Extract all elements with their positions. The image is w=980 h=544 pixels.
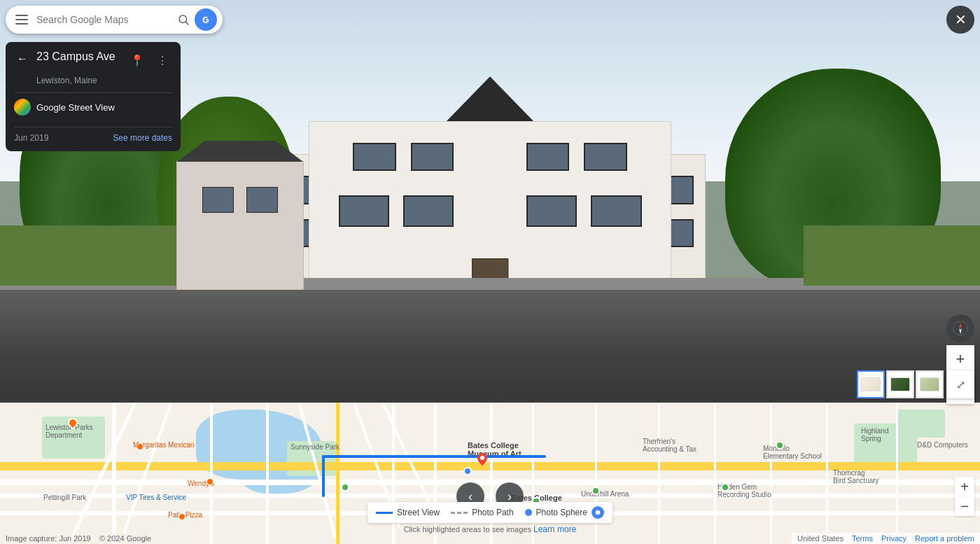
road-v-10: [658, 403, 660, 544]
house: [274, 76, 706, 298]
svg-point-5: [480, 456, 484, 460]
street-view-legend-label: Street View: [397, 508, 440, 517]
photo-sphere-legend: Photo Sphere: [525, 506, 604, 519]
address-title: 23 Campus Ave: [36, 50, 122, 63]
main-road-v: [336, 403, 340, 544]
road-v-11: [714, 403, 716, 544]
learn-more-link[interactable]: Learn more: [533, 524, 576, 534]
map-zoom-out-button[interactable]: −: [955, 496, 974, 516]
poi-pats: [178, 513, 186, 520]
street-view-legend: Street View: [376, 508, 440, 517]
poi-3: [592, 487, 600, 495]
privacy-link[interactable]: Privacy: [881, 534, 906, 543]
search-button[interactable]: [172, 8, 195, 31]
street-view-line: [376, 512, 393, 514]
house-main-body: [309, 121, 671, 298]
country-text: United States: [797, 534, 844, 543]
photo-sphere-legend-label: Photo Sphere: [536, 508, 587, 517]
dd-computers-label: D&D Computers: [917, 441, 968, 449]
more-options-button[interactable]: ⋮: [153, 50, 172, 70]
compass-button[interactable]: [946, 314, 974, 342]
street-view-path: [322, 455, 546, 458]
terms-link[interactable]: Terms: [852, 534, 873, 543]
poi-5: [721, 483, 729, 491]
street-view-source: Google Street View: [14, 92, 172, 121]
photo-sphere-dot: [463, 467, 472, 475]
svg-point-7: [596, 510, 601, 515]
map-zoom-in-button[interactable]: +: [955, 477, 974, 496]
date-row: Jun 2019 See more dates: [14, 127, 172, 143]
attribution-bar: United States Terms Privacy Report a pro…: [792, 533, 980, 544]
poi-margaritas: [136, 443, 144, 450]
info-card: ← 23 Campus Ave 📍 ⋮ Lewiston, Maine Goog…: [6, 42, 181, 151]
copyright-text: © 2024 Google: [99, 534, 151, 543]
zoom-in-button[interactable]: +: [946, 345, 974, 373]
street-view-path-v: [322, 455, 325, 497]
road-v-13: [826, 403, 828, 544]
poi-1: [341, 483, 349, 491]
city-subtitle: Lewiston, Maine: [14, 76, 172, 85]
image-capture-attribution: Image capture: Jun 2019 © 2024 Google: [0, 533, 157, 544]
image-capture-text: Image capture: Jun 2019: [6, 534, 91, 543]
location-pin: [477, 453, 487, 466]
hamburger-menu-button[interactable]: [11, 9, 32, 30]
road: [0, 290, 980, 403]
left-house: [176, 161, 304, 290]
photo-sphere-dot-legend: [525, 509, 532, 516]
expand-map-button[interactable]: ⤢: [946, 370, 974, 398]
capture-date: Jun 2019: [14, 133, 48, 143]
poi-4: [776, 441, 784, 449]
park-4: [896, 410, 945, 438]
street-view-label-text: Google Street View: [36, 102, 115, 113]
info-card-header: ← 23 Campus Ave 📍 ⋮: [14, 50, 172, 70]
photo-path-line: [451, 512, 468, 514]
svg-point-0: [179, 15, 187, 23]
legend-bar: Street View Photo Path Photo Sphere: [368, 502, 612, 523]
search-input[interactable]: [32, 14, 172, 25]
google-apps-button[interactable]: [195, 8, 217, 31]
terrain-map-button[interactable]: [916, 370, 944, 398]
save-location-button[interactable]: 📍: [127, 50, 147, 70]
see-more-dates-link[interactable]: See more dates: [113, 133, 172, 143]
grass-left: [0, 225, 176, 286]
search-bar: [6, 6, 223, 34]
satellite-map-button[interactable]: [886, 370, 914, 398]
google-street-view-logo: [14, 99, 31, 116]
road-v-2: [210, 403, 213, 544]
accounting-tax-label: Therfrien'sAccounting & Tax: [643, 438, 696, 453]
layer-toggle-buttons: [857, 370, 944, 398]
close-button[interactable]: ✕: [946, 6, 974, 34]
highlight-instruction: Click highlighted areas to see images Le…: [404, 524, 577, 534]
map-section[interactable]: ≡ Lewiston P: [0, 403, 980, 544]
grass-right: [804, 225, 980, 286]
road-v-1: [112, 403, 116, 544]
road-v-14: [896, 403, 898, 544]
road-v-3: [266, 403, 269, 544]
back-button[interactable]: ←: [14, 50, 31, 67]
report-link[interactable]: Report a problem: [915, 534, 974, 543]
default-map-button[interactable]: [857, 370, 885, 398]
photo-path-legend: Photo Path: [451, 508, 513, 517]
map-zoom-controls: + −: [955, 477, 974, 516]
svg-line-1: [186, 22, 188, 25]
photo-path-legend-label: Photo Path: [472, 508, 513, 517]
road-v-12: [770, 403, 772, 544]
poi-wendys: [206, 478, 214, 485]
photo-sphere-toggle[interactable]: [592, 506, 604, 519]
